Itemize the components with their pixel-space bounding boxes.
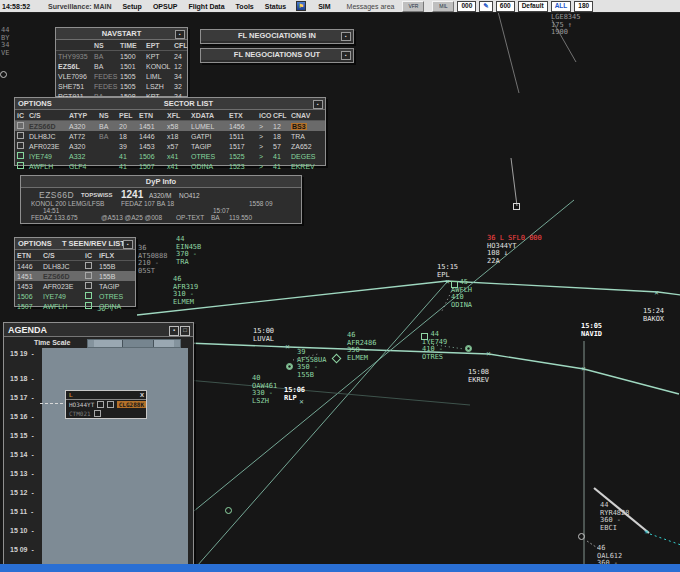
agenda-scrollbar-left-arrow[interactable]: [88, 340, 94, 347]
checkbox-icon[interactable]: [17, 132, 24, 139]
track-label-partial-topleft[interactable]: 44BY34VE: [1, 27, 9, 57]
agenda-scrollbar-handle[interactable]: [122, 340, 154, 347]
track-label-at50888[interactable]: 36AT50888210 -05ST: [138, 245, 168, 275]
agenda-conflict-popup[interactable]: L X HO344YT CLG288K CTM021: [65, 390, 147, 419]
value-box-mid[interactable]: 600: [496, 1, 515, 12]
dyp-freq-right[interactable]: 119.550: [229, 214, 252, 221]
row-checkbox[interactable]: [85, 282, 99, 290]
fl-neg-in-menu-button[interactable]: ▪: [341, 32, 351, 41]
agenda-popup-close-icon[interactable]: X: [140, 392, 144, 398]
menu-status[interactable]: Status: [265, 3, 286, 10]
table-row[interactable]: AWFLHGLF4411507x41ODINA1523>41EKREV: [15, 161, 325, 171]
radar-symbol-asterisk[interactable]: ✳: [644, 528, 649, 535]
checkbox-icon[interactable]: [85, 282, 92, 289]
seen-rev-options-label[interactable]: OPTIONS: [18, 239, 52, 248]
radar-symbol-circle[interactable]: [0, 71, 7, 78]
sector-list-menu-button[interactable]: ▪: [313, 100, 323, 109]
seen-rev-menu-button[interactable]: ▪: [123, 240, 133, 249]
agenda-popup-callsign[interactable]: CTM021: [69, 410, 91, 417]
table-row[interactable]: 1446DLH8JC155B: [15, 261, 135, 271]
radar-symbol-dotcircle[interactable]: [286, 363, 293, 370]
dyp-callsign[interactable]: EZS66D: [39, 190, 74, 200]
table-row[interactable]: DLH8JCAT72BA181446x18GATPI1511>18TRA: [15, 131, 325, 141]
agenda-titlebar[interactable]: AGENDA ▪ □: [4, 323, 193, 337]
checkbox-icon[interactable]: [17, 162, 24, 169]
row-checkbox[interactable]: [17, 162, 29, 170]
value-box-right[interactable]: 180: [574, 1, 593, 12]
status-icon[interactable]: ⚑: [296, 1, 306, 11]
track-label-ein45b[interactable]: 44EIN45B370 -TRA: [176, 236, 201, 266]
checkbox-icon[interactable]: [17, 152, 24, 159]
filter-all-button[interactable]: ALL: [551, 1, 572, 12]
track-label-ho344yt[interactable]: 36 L SFL0 000HO344YT108 ↓22A: [487, 235, 542, 265]
checkbox-icon[interactable]: [85, 292, 92, 299]
radar-symbol-square[interactable]: [513, 203, 520, 210]
fl-neg-out-menu-button[interactable]: ▪: [341, 51, 351, 60]
vfr-toggle[interactable]: VFR: [402, 1, 424, 12]
agenda-timeline-area[interactable]: [42, 348, 188, 565]
row-checkbox[interactable]: [17, 142, 29, 150]
checkbox-icon[interactable]: [17, 122, 24, 129]
track-label-wpt-luval[interactable]: 15:00LUVAL: [253, 328, 274, 343]
track-label-iye749[interactable]: 44IYE749410 -OTRES: [422, 331, 447, 361]
table-row[interactable]: VLE7096FEDES1505LIML34: [56, 71, 187, 81]
row-checkbox[interactable]: [17, 152, 29, 160]
menu-tools[interactable]: Tools: [236, 3, 254, 10]
table-row[interactable]: SHE751FEDES1505LSZH32: [56, 81, 187, 91]
agenda-popup-row[interactable]: HO344YT CLG288K: [66, 400, 146, 409]
row-checkbox[interactable]: [17, 132, 29, 140]
pencil-icon[interactable]: ✎: [479, 1, 492, 12]
table-row[interactable]: 1451EZS66D155B: [15, 271, 135, 281]
checkbox-icon[interactable]: [85, 302, 92, 309]
table-row[interactable]: THY9935BA1500KPT24: [56, 51, 187, 61]
track-label-lge8345[interactable]: LGE8345175 ↑1900: [551, 14, 581, 37]
radar-symbol-circle[interactable]: [578, 533, 585, 540]
agenda-scrollbar-right-arrow[interactable]: [174, 340, 180, 347]
track-label-wpt-navid[interactable]: 15:05NAVID: [581, 323, 602, 338]
radar-symbol-cross[interactable]: ✕: [581, 365, 586, 372]
menu-opsup[interactable]: OPSUP: [153, 3, 178, 10]
profile-selector[interactable]: Default: [518, 1, 548, 12]
agenda-popup-tag[interactable]: CLG288K: [117, 401, 146, 408]
agenda-scrollbar[interactable]: [87, 339, 181, 348]
row-checkbox[interactable]: [17, 122, 29, 130]
checkbox-icon[interactable]: [17, 142, 24, 149]
dyp-freq-left[interactable]: FEDAZ 133.675: [31, 214, 78, 221]
dyp-op-text-button[interactable]: OP-TEXT: [176, 214, 204, 221]
track-label-ryr4828[interactable]: 44RYR4828360 -EBCI: [600, 502, 630, 532]
agenda-maximize-button[interactable]: □: [180, 326, 190, 336]
menu-flight-data[interactable]: Flight Data: [188, 3, 224, 10]
table-row[interactable]: EZS66DA320BA201451x58LUMEL1456>12BS3: [15, 121, 325, 131]
radar-symbol-cross[interactable]: ✕: [445, 278, 450, 285]
row-checkbox[interactable]: [85, 272, 99, 280]
track-label-afr319[interactable]: 46AFR319310 -ELMEM: [173, 276, 198, 306]
agenda-popup-callsign[interactable]: HO344YT: [69, 401, 94, 408]
radar-symbol-cross[interactable]: ✕: [285, 343, 290, 350]
track-label-awflh[interactable]: 45AWFLH410ODINA: [451, 279, 472, 309]
track-label-oaw461[interactable]: 40OAW461330 -LSZH: [252, 375, 277, 405]
navstart-menu-button[interactable]: ▪: [175, 30, 185, 39]
radar-symbol-circle[interactable]: [225, 507, 232, 514]
dyp-codes[interactable]: @A513 @A25 @008: [101, 214, 162, 221]
track-label-wpt-epl[interactable]: 15:15EPL: [437, 264, 458, 279]
menu-setup[interactable]: Setup: [122, 3, 141, 10]
agenda-popup-checkbox[interactable]: [107, 401, 114, 408]
row-checkbox[interactable]: [85, 262, 99, 270]
radar-symbol-dotcircle[interactable]: [465, 345, 472, 352]
dyp-squawk[interactable]: 1241: [121, 189, 143, 200]
checkbox-icon[interactable]: [85, 272, 92, 279]
mil-toggle[interactable]: MIL: [432, 1, 454, 12]
table-row[interactable]: AFR023EA320391453x57TAGIP1517>57ZA652: [15, 141, 325, 151]
checkbox-icon[interactable]: [85, 262, 92, 269]
agenda-popup-checkbox[interactable]: [94, 410, 101, 417]
track-label-af558ua[interactable]: 39AF558UA350 -155B: [297, 349, 327, 379]
table-row[interactable]: 1507AWFLHODINA: [15, 301, 135, 311]
radar-symbol-cross[interactable]: ✕: [654, 289, 659, 296]
row-checkbox[interactable]: [85, 302, 99, 310]
track-label-wpt-rlp[interactable]: 15:06RLP: [284, 387, 305, 402]
track-label-wpt-ekrev[interactable]: 15:08EKREV: [468, 369, 489, 384]
value-box-left[interactable]: 000: [457, 1, 476, 12]
agenda-menu-button[interactable]: ▪: [169, 326, 179, 336]
track-label-wpt-bakox[interactable]: 15:24BAKOX: [643, 308, 664, 323]
agenda-popup-row[interactable]: CTM021: [66, 409, 146, 418]
